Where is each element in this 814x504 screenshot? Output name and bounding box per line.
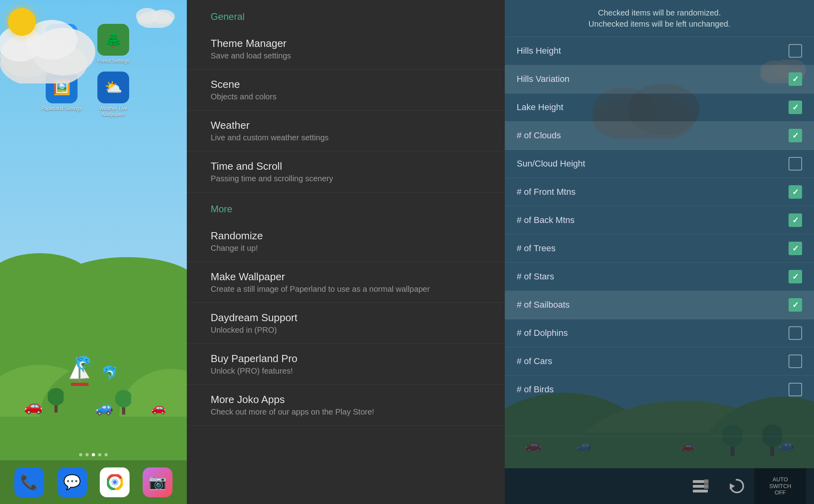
svg-point-25 xyxy=(113,480,117,484)
header-line2: Unchecked items will be left unchanged. xyxy=(517,18,802,29)
menu-item-daydream[interactable]: Daydream Support Unlocked in (PRO) xyxy=(187,303,505,344)
svg-point-19 xyxy=(115,390,131,407)
stars-label: # of Stars xyxy=(517,271,554,282)
make-wallpaper-subtitle: Create a still image of Paperland to use… xyxy=(211,285,481,294)
row-birds[interactable]: # of Birds xyxy=(505,376,814,436)
app-paperland-label: Paperland Settings xyxy=(41,106,81,111)
trees-checkbox[interactable] xyxy=(789,242,802,255)
svg-rect-43 xyxy=(704,479,709,484)
tree-1 xyxy=(48,385,64,413)
ground-hills xyxy=(0,253,187,285)
dock-camera[interactable]: 📷 xyxy=(143,467,172,497)
dot-1 xyxy=(79,453,82,456)
phone-screen: 🐬 🐬 🚗 🚙 🚗 ☀️ YoWindow 🌲 Forest Settings … xyxy=(0,0,187,504)
daydream-title: Daydream Support xyxy=(211,312,481,324)
buy-pro-title: Buy Paperland Pro xyxy=(211,353,481,365)
auto-switch-label: AUTO SWITCH OFF xyxy=(769,476,791,496)
app-weather-label: Weather Live Wallpapers xyxy=(91,106,135,117)
row-back-mtns[interactable]: # of Back Mtns xyxy=(505,206,814,235)
birds-label: # of Birds xyxy=(517,384,554,395)
back-mtns-checkbox[interactable] xyxy=(789,213,802,227)
car-green: 🚗 xyxy=(151,401,166,415)
cloud-small-1 xyxy=(135,8,175,28)
menu-item-randomize[interactable]: Randomize Change it up! xyxy=(187,221,505,262)
car-blue: 🚙 xyxy=(95,399,113,416)
clouds-checkbox[interactable] xyxy=(789,129,802,142)
birds-checkbox[interactable] xyxy=(789,383,802,396)
row-lake-height[interactable]: Lake Height xyxy=(505,93,814,122)
buy-pro-subtitle: Unlock (PRO) features! xyxy=(211,366,481,376)
svg-rect-14 xyxy=(71,383,89,386)
sun-cloud-height-label: Sun/Cloud Height xyxy=(517,159,585,169)
hills-variation-label: Hills Variation xyxy=(517,74,570,84)
clouds-label: # of Clouds xyxy=(517,130,561,141)
tree-2 xyxy=(115,387,131,415)
row-sailboats[interactable]: # of Sailboats xyxy=(505,291,814,319)
bottom-bar: AUTO SWITCH OFF xyxy=(505,468,814,504)
randomize-subtitle: Change it up! xyxy=(211,244,481,253)
svg-point-17 xyxy=(48,388,64,405)
refresh-button[interactable] xyxy=(719,468,754,504)
list-icon xyxy=(693,479,709,493)
row-front-mtns[interactable]: # of Front Mtns xyxy=(505,178,814,206)
row-trees[interactable]: # of Trees xyxy=(505,235,814,263)
dot-4 xyxy=(98,453,101,456)
dot-2 xyxy=(85,453,89,456)
dock-chrome[interactable] xyxy=(100,467,130,497)
menu-item-theme-manager[interactable]: Theme Manager Save and load settings xyxy=(187,29,505,70)
time-scroll-title: Time and Scroll xyxy=(211,160,481,173)
weather-subtitle: Live and custom weather settings xyxy=(211,133,481,142)
svg-marker-45 xyxy=(730,483,735,489)
daydream-subtitle: Unlocked in (PRO) xyxy=(211,326,481,335)
front-mtns-checkbox[interactable] xyxy=(789,185,802,199)
menu-item-scene[interactable]: Scene Objects and colors xyxy=(187,70,505,110)
scene-subtitle: Objects and colors xyxy=(211,92,481,101)
cars-label: # of Cars xyxy=(517,356,552,366)
scene-title: Scene xyxy=(211,78,481,91)
menu-item-time-scroll[interactable]: Time and Scroll Passing time and scrolli… xyxy=(187,151,505,192)
sailboats-label: # of Sailboats xyxy=(517,300,570,310)
more-section-header: More xyxy=(187,192,505,221)
cars-checkbox[interactable] xyxy=(789,355,802,368)
row-stars[interactable]: # of Stars xyxy=(505,263,814,291)
row-cars[interactable]: # of Cars xyxy=(505,347,814,376)
dolphin-1: 🐬 xyxy=(74,355,92,373)
dot-5 xyxy=(105,453,108,456)
dock-messages[interactable]: 💬 xyxy=(57,467,87,497)
row-hills-variation[interactable]: Hills Variation xyxy=(505,65,814,93)
svg-rect-44 xyxy=(704,484,709,489)
dolphin-2: 🐬 xyxy=(101,365,118,381)
sun xyxy=(8,8,36,36)
hills-height-checkbox[interactable] xyxy=(789,44,802,58)
lake-height-checkbox[interactable] xyxy=(789,101,802,114)
settings-header: Checked items will be randomized. Unchec… xyxy=(505,0,814,37)
auto-switch-button[interactable]: AUTO SWITCH OFF xyxy=(754,468,806,504)
stars-checkbox[interactable] xyxy=(789,270,802,283)
car-red: 🚗 xyxy=(24,397,43,415)
dock-phone[interactable]: 📞 xyxy=(14,467,44,497)
page-indicator xyxy=(79,453,108,456)
menu-item-weather[interactable]: Weather Live and custom weather settings xyxy=(187,110,505,151)
more-joko-subtitle: Check out more of our apps on the Play S… xyxy=(211,407,481,417)
settings-list: Checked items will be randomized. Unchec… xyxy=(505,0,814,504)
svg-rect-42 xyxy=(693,490,708,492)
row-sun-cloud-height[interactable]: Sun/Cloud Height xyxy=(505,150,814,178)
front-mtns-label: # of Front Mtns xyxy=(517,187,576,197)
row-clouds[interactable]: # of Clouds xyxy=(505,122,814,150)
menu-item-make-wallpaper[interactable]: Make Wallpaper Create a still image of P… xyxy=(187,262,505,303)
sun-cloud-height-checkbox[interactable] xyxy=(789,157,802,171)
refresh-icon xyxy=(728,477,746,495)
menu-item-more-joko[interactable]: More Joko Apps Check out more of our app… xyxy=(187,385,505,426)
dolphins-checkbox[interactable] xyxy=(789,326,802,340)
bottom-dock: 📞 💬 📷 xyxy=(0,460,187,504)
row-hills-height[interactable]: Hills Height xyxy=(505,37,814,65)
list-button[interactable] xyxy=(683,468,719,504)
svg-point-7 xyxy=(151,10,175,24)
randomize-title: Randomize xyxy=(211,230,481,242)
dot-active xyxy=(92,453,95,456)
row-dolphins[interactable]: # of Dolphins xyxy=(505,319,814,347)
menu-item-buy-pro[interactable]: Buy Paperland Pro Unlock (PRO) features! xyxy=(187,344,505,385)
sailboats-checkbox[interactable] xyxy=(789,298,802,312)
theme-manager-title: Theme Manager xyxy=(211,37,481,50)
hills-variation-checkbox[interactable] xyxy=(789,72,802,86)
